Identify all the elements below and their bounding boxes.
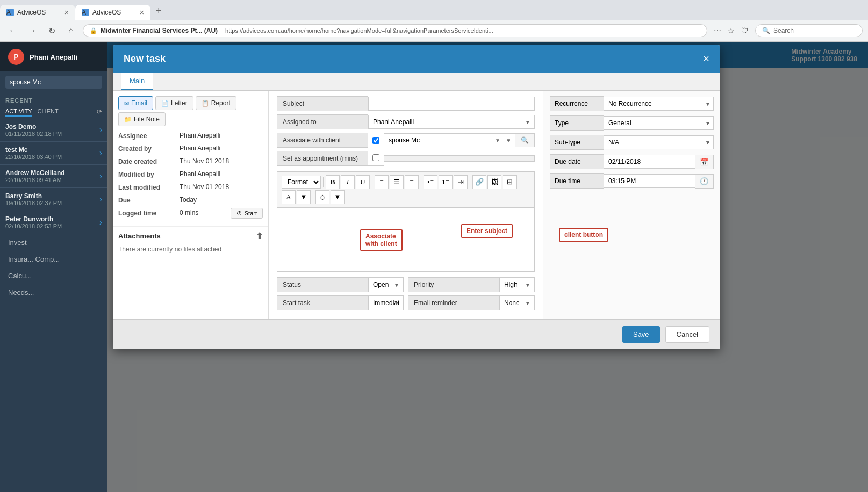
upload-icon[interactable]: ⬆ [256,231,263,241]
status-select[interactable]: Open [368,277,404,292]
table-button[interactable]: ⊞ [503,175,517,189]
underline-button[interactable]: U [356,175,370,189]
calendar-icon[interactable]: 📅 [695,155,714,169]
bold-button[interactable]: B [326,175,340,189]
arrow-icon-test: › [99,148,102,158]
tab-close-1[interactable]: × [64,8,69,17]
recent-item-andrew[interactable]: Andrew McCellland 22/10/2018 09:41 AM › [0,165,107,188]
modal-title: New task [124,53,703,64]
font-size-button[interactable]: A [282,190,296,204]
start-task-label: Start task [277,295,368,310]
format-select[interactable]: Format [282,176,321,189]
cancel-button[interactable]: Cancel [665,326,709,343]
sidebar-tabs: ACTIVITY CLIENT ⟳ [0,106,107,119]
task-btn-email[interactable]: ✉ Email [118,96,153,110]
sidebar-nav-insura[interactable]: Insura... Comp... [0,251,107,267]
subject-input[interactable] [368,97,535,111]
align-left-button[interactable]: ≡ [375,175,389,189]
subtype-select[interactable]: N/A [604,135,714,149]
attachments-header: Attachments ⬆ [118,231,263,241]
assignee-value: Phani Anepalli [177,131,263,140]
recent-item-barry[interactable]: Barry Smith 19/10/2018 02:37 PM › [0,188,107,211]
status-row-status-priority: Status Open ▼ Priority [277,277,535,292]
extensions-icon[interactable]: ⋯ [712,24,723,37]
type-select[interactable]: General [604,116,714,130]
sidebar-search-input[interactable] [5,76,102,89]
shield-icon[interactable]: 🛡 [739,24,751,37]
align-center-button[interactable]: ☰ [390,175,404,189]
recent-name-test: test Mc [5,146,99,154]
sidebar-tab-activity[interactable]: ACTIVITY [5,108,32,117]
recent-item-test[interactable]: test Mc 22/10/2018 03:40 PM › [0,142,107,165]
sidebar-nav-calcu[interactable]: Calcu... [0,267,107,284]
task-btn-report-label: Report [211,99,231,107]
search-placeholder: Search [773,27,794,34]
priority-select[interactable]: High [499,277,535,292]
recurrence-select[interactable]: No Recurrence [604,97,714,111]
start-task-select[interactable]: Immediately [368,295,404,310]
attachments-title: Attachments [118,232,161,240]
italic-button[interactable]: I [341,175,355,189]
image-button[interactable]: 🖼 [487,175,501,189]
last-modified-label: Last modified [118,182,177,192]
client-name-select[interactable]: spouse Mc [384,133,515,147]
bookmark-icon[interactable]: ☆ [726,24,737,37]
save-button[interactable]: Save [622,326,660,343]
start-icon: ⏱ [236,210,242,216]
appointment-checkbox[interactable] [372,154,379,161]
field-row-assignee: Assignee Phani Anepalli [118,131,263,140]
sidebar-tab-client[interactable]: CLIENT [38,108,59,117]
sidebar: P Phani Anepalli RECENT ACTIVITY CLIENT … [0,42,107,492]
task-btn-email-label: Email [131,99,147,107]
sidebar-nav-invest[interactable]: Invest [0,234,107,251]
highlight-button[interactable]: ◇ [315,190,329,204]
modal-close-button[interactable]: × [703,53,709,65]
browser-tab-2[interactable]: A AdviceOS × [75,5,150,20]
new-tab-button[interactable]: + [150,2,167,20]
task-btn-filenote[interactable]: 📁 File Note [118,112,166,126]
email-reminder-label: Email reminder [408,295,499,310]
tab-close-2[interactable]: × [140,8,144,17]
forward-button[interactable]: → [25,23,40,38]
date-created-value: Thu Nov 01 2018 [177,156,263,166]
refresh-icon[interactable]: ⟳ [97,108,102,117]
home-button[interactable]: ⌂ [63,23,78,38]
editor-area[interactable] [277,207,535,272]
recent-item-peter[interactable]: Peter Dunworth 02/10/2018 02:53 PM › [0,211,107,234]
bullet-list-button[interactable]: •≡ [424,175,437,189]
email-reminder-select[interactable]: None [499,295,535,310]
due-date-input[interactable] [604,155,695,169]
sidebar-nav-needs[interactable]: Needs... [0,284,107,301]
refresh-button[interactable]: ↻ [44,23,59,38]
task-btn-report[interactable]: 📋 Report [196,96,236,110]
associate-client-checkbox[interactable] [372,137,379,144]
task-btn-letter[interactable]: 📄 Letter [155,96,193,110]
clock-icon[interactable]: 🕐 [695,174,714,189]
back-button[interactable]: ← [5,23,20,38]
lock-icon: 🔒 [90,27,97,34]
appointment-value-input[interactable] [384,155,535,162]
link-button[interactable]: 🔗 [472,175,486,189]
indent-button[interactable]: ⇥ [454,175,468,189]
align-right-button[interactable]: ≡ [405,175,419,189]
numbered-list-button[interactable]: 1≡ [439,175,453,189]
assigned-to-select[interactable]: Phani Anepalli [368,115,535,129]
client-search-button[interactable]: 🔍 [515,133,535,147]
modal-tab-main[interactable]: Main [121,73,153,90]
letter-icon: 📄 [161,100,169,107]
recurrence-label: Recurrence [550,96,604,111]
recent-item-jos[interactable]: Jos Demo 01/11/2018 02:18 PM › [0,119,107,142]
new-task-modal: New task × Main ✉ [113,45,720,349]
more-button[interactable]: ▼ [331,190,345,204]
arrow-icon-barry: › [99,194,102,204]
browser-search[interactable]: 🔍 Search [755,24,863,37]
font-size-down-button[interactable]: ▼ [297,190,311,204]
due-time-input[interactable] [604,174,695,188]
assigned-to-label: Assigned to [277,114,368,129]
assignee-label: Assignee [118,131,177,140]
start-button[interactable]: ⏱ Start [231,208,263,219]
appointment-checkbox-container [368,151,384,166]
browser-tab-1[interactable]: A AdviceOS × [0,5,75,20]
form-row-appointment: Set as appointment (mins) [277,151,535,166]
address-bar[interactable]: 🔒 Midwinter Financial Services Pt... (AU… [83,24,707,37]
